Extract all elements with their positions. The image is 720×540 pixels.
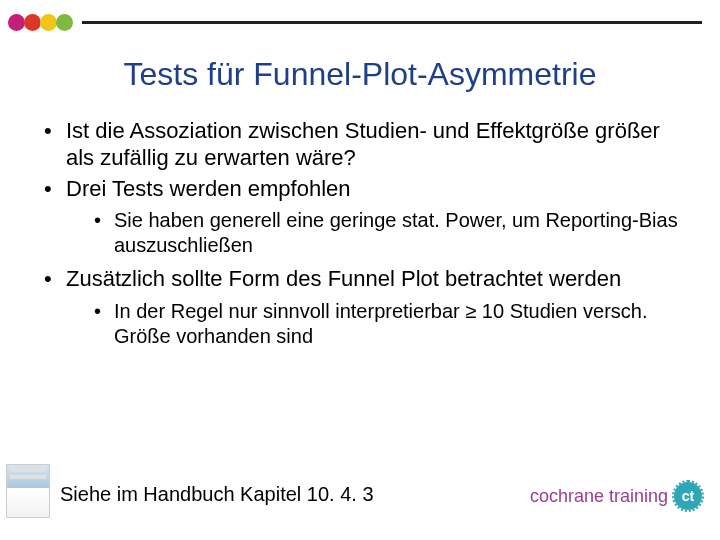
brand-logo-icon: ct xyxy=(674,482,702,510)
brand-text: cochrane training xyxy=(530,486,668,507)
dot-magenta xyxy=(8,14,25,31)
brand-dots xyxy=(8,14,72,31)
bullet-3: Zusätzlich sollte Form des Funnel Plot b… xyxy=(44,266,682,349)
bullet-2-text: Drei Tests werden empfohlen xyxy=(66,176,351,201)
bullet-3a: In der Regel nur sinnvoll interpretierba… xyxy=(94,299,682,349)
slide-body: Ist die Assoziation zwischen Studien- un… xyxy=(26,118,682,357)
bullet-3-text: Zusätzlich sollte Form des Funnel Plot b… xyxy=(66,266,621,291)
dot-green xyxy=(56,14,73,31)
header-rule xyxy=(82,21,702,24)
bullet-1: Ist die Assoziation zwischen Studien- un… xyxy=(44,118,682,172)
slide-title: Tests für Funnel-Plot-Asymmetrie xyxy=(0,56,720,93)
handbook-thumbnail-icon xyxy=(6,464,50,518)
footnote: Siehe im Handbuch Kapitel 10. 4. 3 xyxy=(60,483,374,506)
brand-logo-letter: ct xyxy=(682,488,694,504)
bullet-2: Drei Tests werden empfohlen Sie haben ge… xyxy=(44,176,682,259)
header-strip xyxy=(0,14,720,31)
dot-yellow xyxy=(40,14,57,31)
bullet-2a: Sie haben generell eine geringe stat. Po… xyxy=(94,208,682,258)
dot-red xyxy=(24,14,41,31)
brand-footer: cochrane training ct xyxy=(530,482,702,510)
